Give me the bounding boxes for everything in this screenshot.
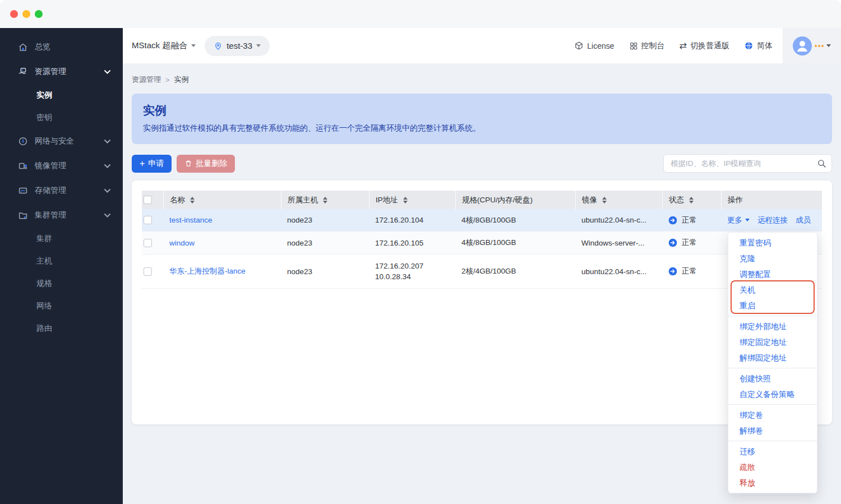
instance-name-link[interactable]: window xyxy=(169,239,195,247)
member-link[interactable]: 成员 xyxy=(796,215,811,225)
sidebar-subitem-instances[interactable]: 实例 xyxy=(0,84,123,107)
instance-name-link[interactable]: test-instance xyxy=(169,216,212,224)
sort-icon[interactable] xyxy=(323,197,327,204)
menu-item-shutdown[interactable]: 关机 xyxy=(728,282,817,298)
chevron-down-icon xyxy=(104,189,110,193)
search-icon[interactable] xyxy=(817,159,826,168)
sidebar-item-label: 总览 xyxy=(35,42,110,52)
page-description: 实例指通过软件模拟的具有完整硬件系统功能的、运行在一个完全隔离环境中的完整计算机… xyxy=(143,123,821,133)
host-cell: node23 xyxy=(287,239,312,247)
column-spec: 规格(CPU/内存/硬盘) xyxy=(462,195,533,205)
table-row: window node23 172.16.20.105 4核/8GB/100GB… xyxy=(142,232,822,255)
image-cell: ubuntu22.04-sn-c... xyxy=(581,216,646,224)
user-menu[interactable] xyxy=(783,28,841,63)
sidebar-item-cluster-mgmt[interactable]: 集群管理 xyxy=(0,203,123,228)
ip-cell: 172.16.20.105 xyxy=(375,239,423,247)
console-button[interactable]: 控制台 xyxy=(629,41,665,51)
row-checkbox[interactable] xyxy=(144,267,152,276)
spec-cell: 4核/8GB/100GB xyxy=(461,215,516,225)
menu-item-clone[interactable]: 克隆 xyxy=(728,251,817,266)
instance-name-link[interactable]: 华东-上海控制器-lance xyxy=(169,266,246,276)
sidebar-subitem-label: 路由 xyxy=(36,323,52,334)
menu-item-reboot[interactable]: 重启 xyxy=(728,298,817,313)
sidebar-item-resource-mgmt[interactable]: 资源管理 xyxy=(0,59,123,84)
sidebar-subitem-label: 规格 xyxy=(36,279,52,289)
toolbar: + 申请 批量删除 xyxy=(132,154,832,173)
image-cell: Windows-server-... xyxy=(581,239,645,247)
caret-down-icon xyxy=(745,219,750,221)
chevron-down-icon xyxy=(104,140,110,144)
region-selector[interactable]: test-33 xyxy=(205,36,270,56)
sidebar-subitem-clusters[interactable]: 集群 xyxy=(0,228,123,250)
sidebar-item-image-mgmt[interactable]: 镜像管理 xyxy=(0,154,123,178)
license-button[interactable]: License xyxy=(574,41,614,50)
menu-item-release[interactable]: 释放 xyxy=(728,475,817,491)
switch-edition-button[interactable]: ⇄ 切换普通版 xyxy=(680,40,729,51)
sort-icon[interactable] xyxy=(602,197,607,204)
chevron-down-icon xyxy=(104,70,110,74)
chevron-down-icon xyxy=(104,164,110,168)
menu-group-power: 重置密码 克隆 调整配置 关机 重启 xyxy=(728,233,817,316)
breadcrumb-current: 实例 xyxy=(174,75,189,85)
ip-cell: 172.16.20.207 xyxy=(375,262,423,270)
language-button[interactable]: 简体 xyxy=(744,41,773,51)
remote-connect-link[interactable]: 远程连接 xyxy=(757,215,788,225)
row-checkbox[interactable] xyxy=(144,239,152,247)
sidebar-item-overview[interactable]: 总览 xyxy=(0,35,123,59)
menu-item-reset-password[interactable]: 重置密码 xyxy=(728,235,817,251)
caret-down-icon xyxy=(191,44,196,47)
sidebar-subitem-keys[interactable]: 密钥 xyxy=(0,107,123,129)
menu-item-bind-external-address[interactable]: 绑定外部地址 xyxy=(728,318,817,334)
ip-cell: 172.16.20.104 xyxy=(375,216,423,224)
switch-arrows-icon: ⇄ xyxy=(680,40,687,51)
menu-item-bind-fixed-address[interactable]: 绑定固定地址 xyxy=(728,334,817,350)
close-window-button[interactable] xyxy=(10,10,18,18)
menu-item-detach-volume[interactable]: 解绑卷 xyxy=(728,423,817,438)
sidebar-subitem-flavors[interactable]: 规格 xyxy=(0,272,123,295)
sidebar-subitem-hosts[interactable]: 主机 xyxy=(0,250,123,272)
menu-item-custom-backup-policy[interactable]: 自定义备份策略 xyxy=(728,386,817,402)
sidebar-item-label: 资源管理 xyxy=(35,67,104,77)
console-grid-icon xyxy=(629,41,638,50)
menu-item-unbind-fixed-address[interactable]: 解绑固定地址 xyxy=(728,350,817,366)
sort-icon[interactable] xyxy=(403,197,408,204)
sidebar-item-network-security[interactable]: 网络与安全 xyxy=(0,129,123,154)
caret-down-icon xyxy=(826,44,831,47)
row-checkbox[interactable] xyxy=(144,216,152,224)
language-label: 简体 xyxy=(757,41,773,51)
minimize-window-button[interactable] xyxy=(22,10,30,18)
menu-group-snapshot: 创建快照 自定义备份策略 xyxy=(728,368,817,404)
sidebar-item-label: 存储管理 xyxy=(35,186,104,196)
menu-item-resize[interactable]: 调整配置 xyxy=(728,266,817,282)
menu-item-evacuate[interactable]: 疏散 xyxy=(728,459,817,475)
status-running-icon xyxy=(668,238,677,247)
app-window: 总览 资源管理 实例 密钥 网络与安全 镜像管理 xyxy=(0,0,841,504)
brand-menu[interactable]: MStack 超融合 xyxy=(132,40,196,51)
select-all-checkbox[interactable] xyxy=(144,196,152,204)
sidebar-subitem-networks[interactable]: 网络 xyxy=(0,295,123,317)
menu-group-migrate: 迁移 疏散 释放 xyxy=(728,441,817,493)
menu-item-attach-volume[interactable]: 绑定卷 xyxy=(728,407,817,423)
batch-delete-button[interactable]: 批量删除 xyxy=(177,155,235,173)
breadcrumb-parent[interactable]: 资源管理 xyxy=(132,75,161,85)
search-input[interactable] xyxy=(663,154,832,173)
table-header: 名称 所属主机 IP地址 规格(CPU/内存/硬盘) 镜像 状态 操作 xyxy=(142,191,822,209)
user-avatar-icon xyxy=(793,36,812,56)
zoom-window-button[interactable] xyxy=(35,10,43,18)
license-icon xyxy=(574,41,584,50)
sidebar-item-label: 镜像管理 xyxy=(35,161,104,171)
sidebar-subitem-routes[interactable]: 路由 xyxy=(0,317,123,340)
menu-group-volume: 绑定卷 解绑卷 xyxy=(728,404,817,441)
instances-table-card: 名称 所属主机 IP地址 规格(CPU/内存/硬盘) 镜像 状态 操作 test… xyxy=(132,181,832,424)
more-dots-icon xyxy=(815,45,824,47)
sidebar-item-storage-mgmt[interactable]: 存储管理 xyxy=(0,178,123,203)
menu-item-migrate[interactable]: 迁移 xyxy=(728,443,817,459)
more-actions-button[interactable]: 更多 xyxy=(727,215,750,225)
more-actions-dropdown: 重置密码 克隆 调整配置 关机 重启 绑定外部地址 绑定固定地址 解绑固定地址 … xyxy=(728,232,817,493)
menu-item-create-snapshot[interactable]: 创建快照 xyxy=(728,371,817,386)
sort-icon[interactable] xyxy=(190,197,195,204)
apply-button[interactable]: + 申请 xyxy=(132,155,172,173)
sort-icon[interactable] xyxy=(689,197,694,204)
home-icon xyxy=(18,42,28,52)
breadcrumb: 资源管理 > 实例 xyxy=(132,75,832,85)
